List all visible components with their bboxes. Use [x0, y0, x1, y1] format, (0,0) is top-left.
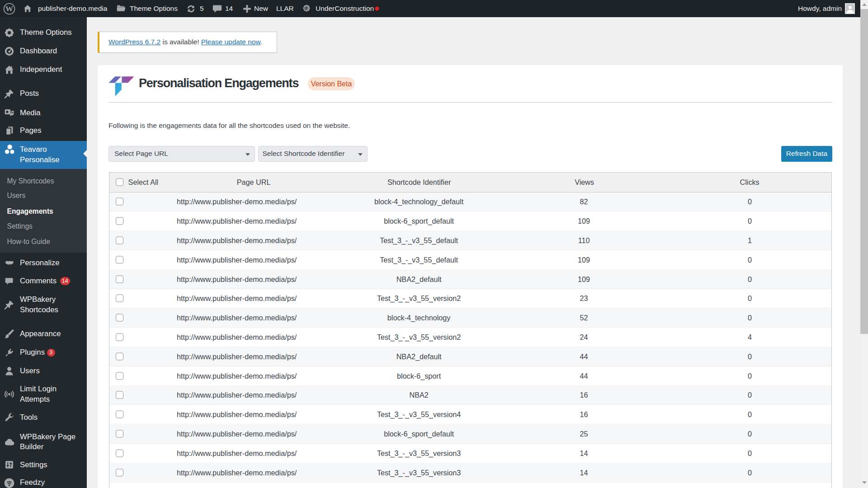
svg-text:W: W [5, 4, 14, 13]
